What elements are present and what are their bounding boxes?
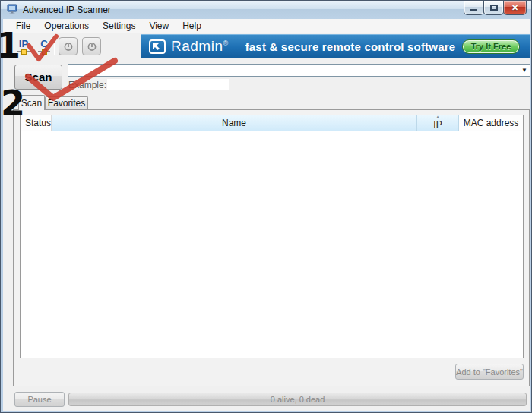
scan-ip-tool-button[interactable]: IP: [12, 36, 35, 57]
window-title: Advanced IP Scanner: [23, 5, 111, 15]
radmin-brand: Radmin®: [171, 38, 229, 55]
add-to-favorites-button[interactable]: Add to "Favorites": [455, 364, 524, 380]
network-node-icon: [38, 49, 50, 54]
pause-button[interactable]: Pause: [14, 392, 65, 407]
app-icon: [7, 4, 18, 15]
ip-range-combobox[interactable]: ▼: [68, 64, 530, 77]
table-header-row: Status Name ▲ IP MAC address: [21, 115, 523, 131]
menu-bar: File Operations Settings View Help: [3, 19, 530, 33]
network-node-icon: [17, 49, 30, 54]
menu-file[interactable]: File: [9, 19, 37, 33]
maximize-icon: [490, 5, 498, 11]
ip-range-input[interactable]: [70, 65, 517, 75]
title-bar: Advanced IP Scanner ✕: [1, 1, 531, 19]
tab-favorites[interactable]: Favorites: [45, 96, 88, 109]
tab-scan[interactable]: Scan: [18, 95, 45, 110]
close-button[interactable]: ✕: [503, 1, 527, 15]
menu-settings[interactable]: Settings: [96, 19, 142, 33]
chevron-down-icon[interactable]: ▼: [521, 67, 527, 74]
minimize-button[interactable]: [464, 1, 484, 15]
close-icon: ✕: [511, 4, 518, 12]
menu-help[interactable]: Help: [176, 19, 208, 33]
minimize-icon: [470, 9, 477, 11]
scan-progress-bar: 0 alive, 0 dead: [68, 393, 527, 406]
radmin-logo-icon: [148, 39, 166, 55]
power-icon: [63, 41, 74, 52]
column-header-name[interactable]: Name: [52, 115, 417, 131]
scan-button[interactable]: Scan: [14, 65, 62, 90]
menu-view[interactable]: View: [142, 19, 176, 33]
class-c-scan-icon: C: [40, 39, 47, 48]
example-range-value: [107, 79, 229, 90]
table-body-empty: [21, 131, 523, 358]
scan-class-c-tool-button[interactable]: C: [35, 36, 53, 57]
banner-tagline: fast & secure remote control software: [245, 40, 456, 53]
toolbar-separator: [54, 37, 55, 55]
app-window: Advanced IP Scanner ✕ File Operations Se…: [0, 0, 532, 413]
column-header-mac[interactable]: MAC address: [459, 115, 523, 131]
shutdown-tool-button[interactable]: [59, 37, 78, 55]
try-it-free-button[interactable]: Try It Free: [462, 39, 520, 54]
maximize-button[interactable]: [483, 1, 504, 15]
ip-scan-icon: IP: [19, 39, 28, 48]
window-controls: ✕: [464, 1, 527, 15]
column-header-ip-label: IP: [433, 119, 442, 130]
menu-operations[interactable]: Operations: [37, 19, 96, 33]
power-icon: [87, 41, 97, 52]
example-label: Example:: [68, 80, 106, 90]
status-text: 0 alive, 0 dead: [271, 395, 325, 404]
abort-shutdown-tool-button[interactable]: [82, 37, 101, 55]
radmin-ad-banner: Radmin® fast & secure remote control sof…: [141, 34, 530, 58]
results-table: Status Name ▲ IP MAC address: [20, 115, 524, 358]
registered-mark: ®: [223, 39, 228, 47]
column-header-ip[interactable]: ▲ IP: [417, 115, 459, 131]
column-header-status[interactable]: Status: [21, 115, 52, 131]
